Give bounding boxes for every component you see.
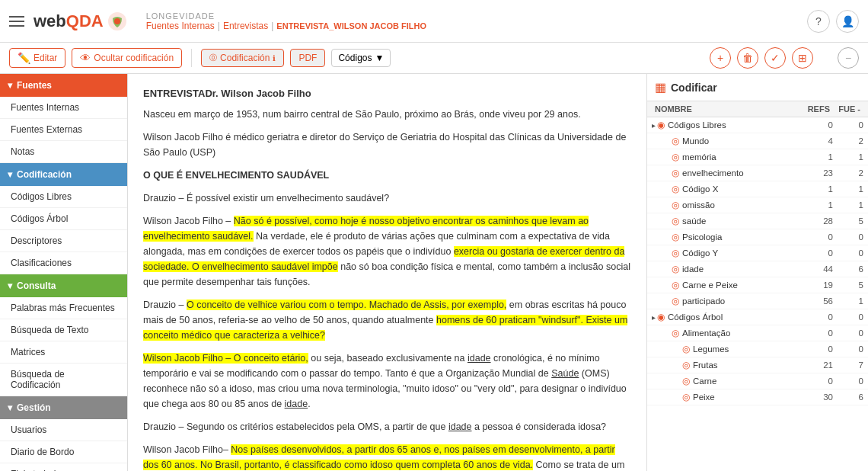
node-label: idade: [682, 264, 803, 274]
tree-row[interactable]: ◎ Carne e Peixe 19 5: [647, 277, 868, 293]
sidebar-item-matrices[interactable]: Matrices: [0, 341, 127, 364]
node-label: saúde: [682, 216, 803, 226]
breadcrumb: Fuentes Internas | Entrevistas | ENTREVI…: [146, 21, 807, 31]
tree-row[interactable]: ◎ saúde 28 5: [647, 213, 868, 229]
sidebar-section-fuentes[interactable]: ▾ Fuentes: [0, 74, 127, 97]
para-6: Drauzio – O conceito de velhice variou c…: [143, 297, 631, 343]
node-refs: 4: [803, 136, 833, 146]
node-icon: ◎: [672, 200, 679, 210]
document-heading: ENTREVISTADr. Wilson Jacob Filho: [143, 86, 631, 102]
node-refs: 0: [803, 312, 833, 322]
tree-row[interactable]: ◎ Legumes 0 0: [647, 341, 868, 357]
chevron-down-icon: ▾: [8, 80, 12, 91]
folder-icon: ◉: [657, 120, 665, 130]
node-fue: 1: [833, 184, 863, 194]
sidebar-item-notas[interactable]: Notas: [0, 141, 127, 163]
codificacion-button[interactable]: ⓪ Codificación ℹ: [201, 49, 284, 67]
node-fue: 6: [833, 264, 863, 274]
codif-circle: ⓪: [209, 53, 217, 63]
tree-row[interactable]: ◎ Código Y 0 0: [647, 245, 868, 261]
tree-row[interactable]: ◎ omissão 1 1: [647, 197, 868, 213]
codif-info: ℹ: [273, 54, 276, 62]
tree-row[interactable]: ◎ Psicologia 0 0: [647, 229, 868, 245]
tree-row[interactable]: ◎ participado 56 1: [647, 293, 868, 309]
sidebar-item-descriptores[interactable]: Descriptores: [0, 230, 127, 252]
panel-add-button[interactable]: +: [710, 47, 731, 69]
panel-delete-button[interactable]: 🗑: [737, 47, 758, 69]
node-icon: ◎: [672, 184, 679, 194]
node-icon: ◎: [672, 232, 679, 242]
node-label: Código X: [682, 184, 803, 194]
sidebar-item-fuentes-externas[interactable]: Fuentes Externas: [0, 119, 127, 141]
tree-row[interactable]: ▸◉ Códigos Árbol 0 0: [647, 309, 868, 325]
breadcrumb-current: ENTREVISTA_WILSON JACOB FILHO: [276, 21, 426, 30]
node-refs: 0: [803, 232, 833, 242]
node-fue: 2: [833, 168, 863, 178]
help-button[interactable]: ?: [807, 10, 830, 33]
user-button[interactable]: 👤: [836, 10, 859, 33]
top-bar: webQDA LONGEVIDADE Fuentes Internas | En…: [0, 0, 868, 43]
node-refs: 56: [803, 296, 833, 306]
node-refs: 44: [803, 264, 833, 274]
folder-icon: ◉: [657, 312, 665, 322]
node-icon: ◎: [672, 248, 679, 258]
tree-row[interactable]: ◎ memória 1 1: [647, 149, 868, 165]
codes-dropdown[interactable]: Códigos ▼: [331, 49, 391, 67]
tree-row[interactable]: ◎ Alimentação 0 0: [647, 325, 868, 341]
sidebar-section-gestion[interactable]: ▾ Gestión: [0, 396, 127, 419]
tree-row[interactable]: ◎ Mundo 4 2: [647, 133, 868, 149]
node-fue: 5: [833, 280, 863, 290]
sidebar-item-flujo[interactable]: Flujo trabajo: [0, 463, 127, 471]
tree-row[interactable]: ◎ envelhecimento 23 2: [647, 165, 868, 181]
pdf-button[interactable]: PDF: [290, 49, 325, 67]
edit-button[interactable]: ✏️ Editar: [9, 48, 65, 68]
breadcrumb-entrevistas[interactable]: Entrevistas: [223, 21, 268, 31]
tree-row[interactable]: ▸◉ Códigos Libres 0 0: [647, 117, 868, 133]
node-icon: ◎: [672, 296, 679, 306]
panel-table-button[interactable]: ⊞: [792, 47, 813, 69]
tree-body: ▸◉ Códigos Libres 0 0 ◎ Mundo 4 2 ◎ memó…: [647, 117, 868, 471]
panel-collapse-button[interactable]: −: [838, 47, 859, 69]
sidebar-item-clasificaciones[interactable]: Clasificaciones: [0, 252, 127, 274]
node-refs: 0: [803, 328, 833, 338]
tree-header: NOMBRE REFS FUE -: [647, 101, 868, 117]
node-label: Mundo: [682, 136, 803, 146]
node-icon: ◎: [672, 216, 679, 226]
codificar-icon: ▦: [655, 80, 666, 95]
hamburger-menu[interactable]: [9, 16, 24, 27]
sidebar-item-diario[interactable]: Diario de Bordo: [0, 441, 127, 463]
sidebar: ▾ Fuentes Fuentes Internas Fuentes Exter…: [0, 74, 128, 471]
sidebar-item-busqueda-codificacion[interactable]: Búsqueda de Codificación: [0, 364, 127, 396]
node-label: Frutas: [693, 360, 803, 370]
toolbar-divider: [191, 49, 192, 67]
sidebar-item-busqueda-texto[interactable]: Búsqueda de Texto: [0, 319, 127, 341]
tree-row[interactable]: ◎ idade 44 6: [647, 261, 868, 277]
panel-title-area: ▦ Codificar: [647, 74, 868, 101]
sidebar-item-usuarios[interactable]: Usuarios: [0, 419, 127, 441]
col-fue: FUE -: [830, 104, 860, 114]
tree-row[interactable]: ◎ Carne 0 0: [647, 373, 868, 389]
tree-row[interactable]: ◎ Código X 1 1: [647, 181, 868, 197]
panel-check-button[interactable]: ✓: [764, 47, 786, 69]
tree-row[interactable]: ◎ Frutas 21 7: [647, 357, 868, 373]
hide-coding-button[interactable]: 👁 Ocultar codificación: [72, 48, 182, 68]
node-label: Código Y: [682, 248, 803, 258]
node-label: memória: [682, 152, 803, 162]
breadcrumb-fuentes[interactable]: Fuentes Internas: [146, 21, 215, 31]
breadcrumb-area: LONGEVIDADE Fuentes Internas | Entrevist…: [146, 11, 807, 31]
node-icon: ◎: [672, 152, 679, 162]
svg-point-1: [114, 18, 120, 24]
expand-icon: ▸: [652, 313, 656, 322]
chevron-down-icon-2: ▾: [8, 169, 12, 180]
node-fue: 1: [833, 200, 863, 210]
edit-icon: ✏️: [18, 52, 30, 64]
node-label: Códigos Libres: [668, 120, 803, 130]
sidebar-item-codigos-libres[interactable]: Códigos Libres: [0, 186, 127, 208]
sidebar-item-codigos-arbol[interactable]: Códigos Árbol: [0, 208, 127, 230]
tree-row[interactable]: ◎ Peixe 30 6: [647, 389, 868, 405]
sidebar-item-palabras[interactable]: Palabras más Frecuentes: [0, 297, 127, 319]
node-fue: 1: [833, 296, 863, 306]
sidebar-section-consulta[interactable]: ▾ Consulta: [0, 274, 127, 297]
sidebar-item-fuentes-internas[interactable]: Fuentes Internas: [0, 97, 127, 119]
sidebar-section-codificacion[interactable]: ▾ Codificación: [0, 163, 127, 186]
